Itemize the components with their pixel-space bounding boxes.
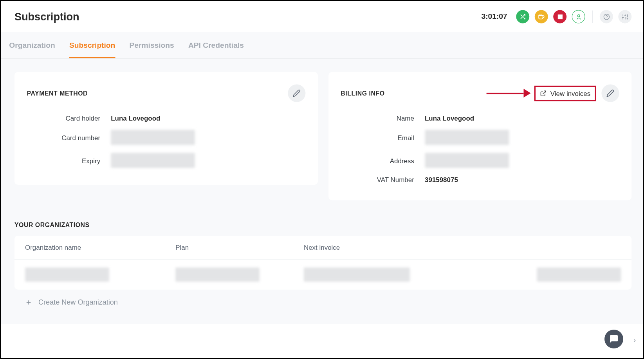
billing-vat-label: VAT Number bbox=[341, 176, 425, 183]
user-status-icon[interactable] bbox=[572, 10, 585, 23]
svg-rect-0 bbox=[557, 14, 562, 19]
stop-icon[interactable] bbox=[553, 10, 566, 23]
billing-name-value: Luna Lovegood bbox=[425, 114, 474, 122]
divider bbox=[592, 11, 593, 23]
billing-email-label: Email bbox=[341, 133, 425, 141]
edit-billing-button[interactable] bbox=[601, 84, 619, 102]
help-icon[interactable] bbox=[600, 10, 613, 23]
col-org-name: Organization name bbox=[25, 244, 175, 251]
annotation-arrow bbox=[487, 89, 531, 98]
billing-info-title: BILLING INFO bbox=[341, 90, 384, 97]
view-invoices-label: View invoices bbox=[550, 89, 590, 97]
billing-name-label: Name bbox=[341, 114, 425, 122]
billing-address-redacted bbox=[425, 153, 509, 168]
card-number-redacted bbox=[111, 130, 195, 145]
billing-address-label: Address bbox=[341, 157, 425, 164]
svg-point-1 bbox=[577, 14, 580, 17]
create-org-label: Create New Organization bbox=[38, 298, 118, 306]
col-plan: Plan bbox=[175, 244, 304, 251]
page-title: Subscription bbox=[14, 11, 79, 23]
tabs: Organization Subscription Permissions AP… bbox=[1, 32, 644, 59]
card-number-label: Card number bbox=[27, 133, 111, 141]
org-plan-redacted bbox=[175, 267, 260, 281]
card-holder-value: Luna Lovegood bbox=[111, 114, 160, 122]
table-header: Organization name Plan Next invoice bbox=[14, 236, 631, 260]
organizations-title: YOUR ORGANIZATIONS bbox=[14, 222, 631, 229]
external-link-icon bbox=[540, 90, 547, 97]
org-invoice-redacted bbox=[304, 267, 410, 281]
billing-vat-value: 391598075 bbox=[425, 176, 458, 183]
billing-info-card: BILLING INFO View invoices bbox=[328, 72, 632, 200]
tab-permissions[interactable]: Permissions bbox=[129, 32, 174, 58]
tab-organization[interactable]: Organization bbox=[9, 32, 55, 58]
plus-icon bbox=[25, 299, 32, 306]
content-area: PAYMENT METHOD Card holder Luna Lovegood… bbox=[1, 59, 644, 324]
edit-payment-button[interactable] bbox=[288, 84, 305, 102]
chevron-right-icon[interactable] bbox=[632, 337, 637, 345]
view-invoices-link[interactable]: View invoices bbox=[534, 85, 596, 101]
header-actions: 3:01:07 bbox=[481, 10, 631, 23]
chat-launcher[interactable] bbox=[604, 330, 623, 348]
page-header: Subscription 3:01:07 bbox=[1, 1, 644, 32]
table-row bbox=[14, 260, 631, 290]
card-holder-label: Card holder bbox=[27, 114, 111, 122]
create-organization-button[interactable]: Create New Organization bbox=[14, 290, 631, 307]
timer-display: 3:01:07 bbox=[481, 12, 507, 21]
billing-email-redacted bbox=[425, 130, 509, 145]
settings-icon[interactable] bbox=[618, 10, 631, 23]
tab-api-credentials[interactable]: API Credentials bbox=[188, 32, 244, 58]
col-next-invoice: Next invoice bbox=[304, 244, 507, 251]
organizations-table: Organization name Plan Next invoice bbox=[14, 236, 631, 290]
org-action-redacted bbox=[537, 267, 621, 281]
payment-method-title: PAYMENT METHOD bbox=[27, 90, 88, 97]
tab-subscription[interactable]: Subscription bbox=[69, 32, 115, 58]
expiry-label: Expiry bbox=[27, 157, 111, 164]
payment-method-card: PAYMENT METHOD Card holder Luna Lovegood… bbox=[14, 72, 318, 185]
shuffle-icon[interactable] bbox=[516, 10, 529, 23]
coffee-icon[interactable] bbox=[535, 10, 548, 23]
org-name-redacted bbox=[25, 267, 109, 281]
expiry-redacted bbox=[111, 153, 195, 168]
